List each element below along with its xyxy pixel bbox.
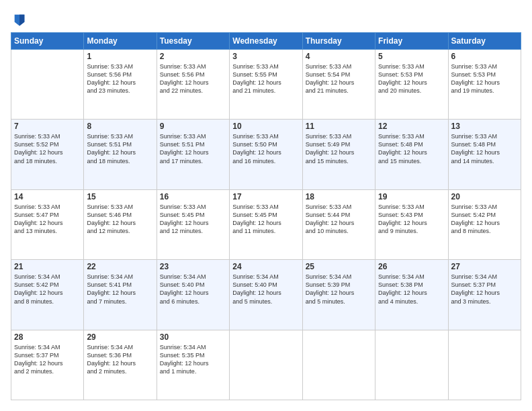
day-number: 3 (232, 52, 299, 61)
calendar-cell (11, 49, 84, 119)
day-number: 17 (232, 192, 299, 201)
weekday-header-tuesday: Tuesday (157, 32, 229, 49)
calendar-cell: 14Sunrise: 5:33 AM Sunset: 5:47 PM Dayli… (11, 189, 84, 259)
day-number: 6 (451, 52, 518, 61)
day-info: Sunrise: 5:33 AM Sunset: 5:44 PM Dayligh… (306, 203, 372, 236)
day-info: Sunrise: 5:33 AM Sunset: 5:53 PM Dayligh… (451, 62, 518, 95)
day-number: 5 (378, 52, 445, 61)
calendar-cell: 7Sunrise: 5:33 AM Sunset: 5:52 PM Daylig… (11, 120, 84, 189)
day-number: 29 (87, 332, 153, 342)
calendar-cell (375, 330, 448, 400)
day-number: 20 (451, 192, 518, 201)
calendar-cell: 11Sunrise: 5:33 AM Sunset: 5:49 PM Dayli… (302, 120, 375, 189)
day-number: 15 (87, 192, 153, 201)
day-number: 23 (160, 262, 226, 271)
calendar-cell: 26Sunrise: 5:34 AM Sunset: 5:38 PM Dayli… (375, 260, 448, 330)
calendar-cell (302, 330, 375, 400)
day-info: Sunrise: 5:34 AM Sunset: 5:37 PM Dayligh… (451, 273, 518, 306)
calendar-cell: 12Sunrise: 5:33 AM Sunset: 5:48 PM Dayli… (375, 120, 448, 189)
day-number: 13 (451, 122, 518, 131)
calendar-cell: 17Sunrise: 5:33 AM Sunset: 5:45 PM Dayli… (230, 189, 302, 259)
day-number: 9 (160, 122, 226, 131)
header (11, 11, 521, 26)
calendar-cell: 18Sunrise: 5:33 AM Sunset: 5:44 PM Dayli… (302, 189, 375, 259)
weekday-header-wednesday: Wednesday (230, 32, 302, 49)
day-info: Sunrise: 5:34 AM Sunset: 5:42 PM Dayligh… (14, 273, 81, 306)
day-info: Sunrise: 5:33 AM Sunset: 5:45 PM Dayligh… (232, 203, 299, 236)
day-number: 26 (378, 262, 445, 271)
day-number: 27 (451, 262, 518, 271)
calendar-cell: 23Sunrise: 5:34 AM Sunset: 5:40 PM Dayli… (157, 260, 229, 330)
calendar-cell: 9Sunrise: 5:33 AM Sunset: 5:51 PM Daylig… (157, 120, 229, 189)
day-info: Sunrise: 5:33 AM Sunset: 5:53 PM Dayligh… (378, 62, 445, 95)
day-number: 25 (306, 262, 372, 271)
calendar-cell: 4Sunrise: 5:33 AM Sunset: 5:54 PM Daylig… (302, 49, 375, 119)
day-info: Sunrise: 5:33 AM Sunset: 5:49 PM Dayligh… (306, 132, 372, 165)
day-number: 16 (160, 192, 226, 201)
calendar-cell: 30Sunrise: 5:34 AM Sunset: 5:35 PM Dayli… (157, 330, 229, 400)
day-info: Sunrise: 5:33 AM Sunset: 5:45 PM Dayligh… (160, 203, 226, 236)
calendar-week-row: 14Sunrise: 5:33 AM Sunset: 5:47 PM Dayli… (11, 189, 521, 259)
calendar-cell: 28Sunrise: 5:34 AM Sunset: 5:37 PM Dayli… (11, 330, 84, 400)
calendar-cell: 27Sunrise: 5:34 AM Sunset: 5:37 PM Dayli… (448, 260, 521, 330)
day-number: 11 (306, 122, 372, 131)
calendar-week-row: 28Sunrise: 5:34 AM Sunset: 5:37 PM Dayli… (11, 330, 521, 400)
day-number: 18 (306, 192, 372, 201)
day-info: Sunrise: 5:34 AM Sunset: 5:40 PM Dayligh… (160, 273, 226, 306)
day-number: 14 (14, 192, 81, 201)
logo (11, 11, 27, 26)
calendar-cell (448, 330, 521, 400)
day-info: Sunrise: 5:33 AM Sunset: 5:54 PM Dayligh… (306, 62, 372, 95)
calendar-cell (230, 330, 302, 400)
day-info: Sunrise: 5:34 AM Sunset: 5:41 PM Dayligh… (87, 273, 153, 306)
calendar-week-row: 1Sunrise: 5:33 AM Sunset: 5:56 PM Daylig… (11, 49, 521, 119)
calendar-cell: 21Sunrise: 5:34 AM Sunset: 5:42 PM Dayli… (11, 260, 84, 330)
day-number: 4 (306, 52, 372, 61)
logo-text (11, 11, 27, 27)
day-info: Sunrise: 5:33 AM Sunset: 5:48 PM Dayligh… (378, 132, 445, 165)
day-number: 28 (14, 332, 81, 342)
day-info: Sunrise: 5:34 AM Sunset: 5:35 PM Dayligh… (160, 343, 226, 376)
day-info: Sunrise: 5:33 AM Sunset: 5:52 PM Dayligh… (14, 132, 81, 165)
calendar-cell: 25Sunrise: 5:34 AM Sunset: 5:39 PM Dayli… (302, 260, 375, 330)
calendar-week-row: 7Sunrise: 5:33 AM Sunset: 5:52 PM Daylig… (11, 120, 521, 189)
calendar-cell: 19Sunrise: 5:33 AM Sunset: 5:43 PM Dayli… (375, 189, 448, 259)
weekday-header-saturday: Saturday (448, 32, 521, 49)
calendar-cell: 29Sunrise: 5:34 AM Sunset: 5:36 PM Dayli… (84, 330, 157, 400)
calendar-header-row: SundayMondayTuesdayWednesdayThursdayFrid… (11, 32, 521, 49)
page: SundayMondayTuesdayWednesdayThursdayFrid… (0, 0, 532, 411)
day-info: Sunrise: 5:34 AM Sunset: 5:39 PM Dayligh… (306, 273, 372, 306)
day-info: Sunrise: 5:33 AM Sunset: 5:51 PM Dayligh… (87, 132, 153, 165)
calendar-cell: 1Sunrise: 5:33 AM Sunset: 5:56 PM Daylig… (84, 49, 157, 119)
day-number: 7 (14, 122, 81, 131)
day-number: 10 (232, 122, 299, 131)
day-info: Sunrise: 5:33 AM Sunset: 5:56 PM Dayligh… (160, 62, 226, 95)
day-number: 30 (160, 332, 226, 342)
day-info: Sunrise: 5:33 AM Sunset: 5:50 PM Dayligh… (232, 132, 299, 165)
calendar-cell: 3Sunrise: 5:33 AM Sunset: 5:55 PM Daylig… (230, 49, 302, 119)
day-info: Sunrise: 5:34 AM Sunset: 5:37 PM Dayligh… (14, 343, 81, 376)
weekday-header-thursday: Thursday (302, 32, 375, 49)
logo-icon (12, 12, 27, 27)
day-info: Sunrise: 5:34 AM Sunset: 5:40 PM Dayligh… (232, 273, 299, 306)
calendar-table: SundayMondayTuesdayWednesdayThursdayFrid… (11, 32, 521, 400)
day-info: Sunrise: 5:34 AM Sunset: 5:36 PM Dayligh… (87, 343, 153, 376)
day-info: Sunrise: 5:33 AM Sunset: 5:47 PM Dayligh… (14, 203, 81, 236)
calendar-cell: 8Sunrise: 5:33 AM Sunset: 5:51 PM Daylig… (84, 120, 157, 189)
calendar-week-row: 21Sunrise: 5:34 AM Sunset: 5:42 PM Dayli… (11, 260, 521, 330)
calendar-cell: 20Sunrise: 5:33 AM Sunset: 5:42 PM Dayli… (448, 189, 521, 259)
day-number: 21 (14, 262, 81, 271)
svg-marker-1 (19, 14, 24, 26)
calendar-cell: 2Sunrise: 5:33 AM Sunset: 5:56 PM Daylig… (157, 49, 229, 119)
weekday-header-friday: Friday (375, 32, 448, 49)
calendar-cell: 13Sunrise: 5:33 AM Sunset: 5:48 PM Dayli… (448, 120, 521, 189)
calendar-cell: 6Sunrise: 5:33 AM Sunset: 5:53 PM Daylig… (448, 49, 521, 119)
day-number: 24 (232, 262, 299, 271)
day-info: Sunrise: 5:33 AM Sunset: 5:55 PM Dayligh… (232, 62, 299, 95)
calendar-cell: 16Sunrise: 5:33 AM Sunset: 5:45 PM Dayli… (157, 189, 229, 259)
calendar-cell: 24Sunrise: 5:34 AM Sunset: 5:40 PM Dayli… (230, 260, 302, 330)
calendar-cell: 15Sunrise: 5:33 AM Sunset: 5:46 PM Dayli… (84, 189, 157, 259)
day-info: Sunrise: 5:33 AM Sunset: 5:51 PM Dayligh… (160, 132, 226, 165)
day-number: 19 (378, 192, 445, 201)
day-info: Sunrise: 5:33 AM Sunset: 5:42 PM Dayligh… (451, 203, 518, 236)
